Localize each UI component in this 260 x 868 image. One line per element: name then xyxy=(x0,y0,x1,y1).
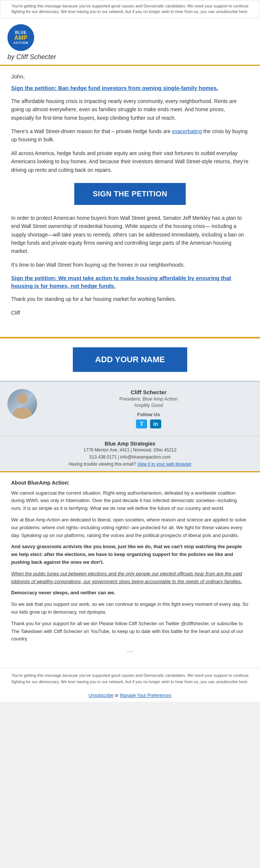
logo-line2: AMP xyxy=(14,35,27,41)
sign-petition-button[interactable]: SIGN THE PETITION xyxy=(74,183,186,205)
social-icons: 𝕋 in xyxy=(45,419,253,428)
follow-us-label: Follow Us xyxy=(45,412,253,417)
avatar-body xyxy=(13,408,32,419)
petition-link-2[interactable]: Sign the petition: We must take action t… xyxy=(11,274,249,290)
about-section: About BlueAmp Action: We cannot sugarcoa… xyxy=(0,471,260,668)
divider: — xyxy=(11,648,249,655)
logo-line1: BLUE xyxy=(15,30,26,35)
body-text-6: Thank you for standing up for a fair hou… xyxy=(11,295,249,303)
company-name: Blue Amp Strategies xyxy=(7,441,253,447)
body-text-5: It's time to ban Wall Street from buying… xyxy=(11,261,249,269)
unsubscribe-or: or xyxy=(115,693,119,698)
avatar xyxy=(7,389,37,419)
logo-circle: BLUE AMP ACTION xyxy=(7,24,34,51)
petition-link-1[interactable]: Sign the petition: Ban hedge fund invest… xyxy=(11,84,218,92)
about-para5: Democracy never sleeps, and neither can … xyxy=(11,589,249,597)
body-text-1: The affordable housing crisis is impacti… xyxy=(11,97,249,122)
twitter-icon: 𝕋 xyxy=(140,421,143,427)
sig-info: Cliff Schecter President, Blue Amp Actio… xyxy=(45,389,253,428)
header: BLUE AMP ACTION by Cliff Schecter xyxy=(0,18,260,66)
body-text-3: All across America, hedge funds and priv… xyxy=(11,149,249,174)
about-para1: We cannot sugarcoat the current situatio… xyxy=(11,489,249,512)
about-title: About BlueAmp Action: xyxy=(11,480,249,486)
twitter-button[interactable]: 𝕋 xyxy=(136,419,147,428)
avatar-image xyxy=(7,389,37,419)
logo-line3: ACTION xyxy=(13,41,29,45)
main-content: John, Sign the petition: Ban hedge fund … xyxy=(0,66,260,329)
body2-prefix: There's a Wall Street-driven reason for … xyxy=(11,128,172,134)
body-text-2: There's a Wall Street-driven reason for … xyxy=(11,127,249,144)
about-para6: So we ask that you support our work, so … xyxy=(11,601,249,616)
top-banner: You're getting this message because you'… xyxy=(0,0,260,18)
bottom-banner: You're getting this message because you'… xyxy=(0,668,260,689)
about-para2: We at Blue Amp Action are dedicated to l… xyxy=(11,516,249,539)
add-name-button[interactable]: ADD YOUR NAME xyxy=(73,347,187,372)
cta-container: SIGN THE PETITION xyxy=(11,183,249,205)
trouble-text: Having trouble viewing this email? xyxy=(69,462,136,467)
exacerbating-link[interactable]: exacerbating xyxy=(172,128,202,134)
unsubscribe-section: Unsubscribe or Manage Your Preferences xyxy=(0,689,260,702)
sig-name: Cliff Schecter xyxy=(45,389,253,395)
body-text-4: In order to protect American home buyers… xyxy=(11,214,249,255)
greeting: John, xyxy=(11,73,249,80)
signature-section: Cliff Schecter President, Blue Amp Actio… xyxy=(0,381,260,436)
add-name-section: ADD YOUR NAME xyxy=(0,338,260,381)
view-browser-link[interactable]: View it in your web browser xyxy=(137,462,191,467)
email-wrapper: You're getting this message because you'… xyxy=(0,0,260,702)
closing: Cliff xyxy=(11,309,249,317)
address-contact: 513.438.0171 | info@blueampaction.com xyxy=(7,454,253,461)
about-para3: And savvy grassroots activists like you … xyxy=(11,543,249,566)
about-para4: When the public tunes out between electi… xyxy=(11,570,249,586)
sig-title: President, Blue Amp Action xyxy=(45,396,253,402)
manage-preferences-link[interactable]: Manage Your Preferences xyxy=(120,693,172,698)
logo-container: BLUE AMP ACTION by Cliff Schecter xyxy=(7,24,253,61)
linkedin-button[interactable]: in xyxy=(150,419,161,428)
linkedin-icon: in xyxy=(153,421,158,427)
header-signature: by Cliff Schecter xyxy=(7,53,56,61)
sig-tagline: Amplify Good xyxy=(45,402,253,408)
address-section: Blue Amp Strategies 1776 Mentor Ave. #41… xyxy=(0,436,260,471)
address-trouble: Having trouble viewing this email? View … xyxy=(7,461,253,468)
top-banner-text: You're getting this message because you'… xyxy=(12,4,248,14)
avatar-head xyxy=(17,393,27,404)
unsubscribe-link[interactable]: Unsubscribe xyxy=(89,693,114,698)
about-para7: Thank you for your support for all we do… xyxy=(11,620,249,643)
bottom-banner-text: You're getting this message because you'… xyxy=(12,673,248,684)
address-street: 1776 Mentor Ave. #411 | Norwood, Ohio 45… xyxy=(7,447,253,454)
